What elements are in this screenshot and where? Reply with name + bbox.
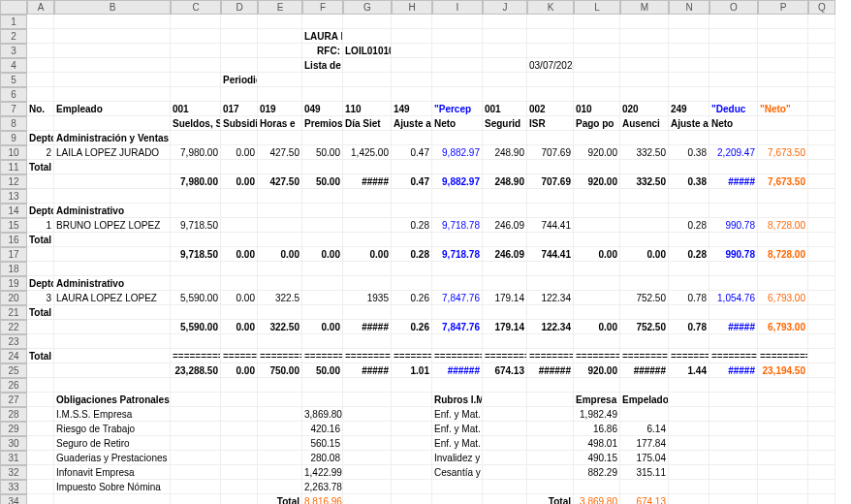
cell-P18[interactable] [758, 262, 808, 276]
cell-O17[interactable]: 990.78 [709, 247, 758, 262]
cell-D14[interactable] [221, 204, 258, 218]
cell-C7[interactable]: 001 [171, 102, 221, 116]
cell-I18[interactable] [432, 262, 483, 276]
cell-Q27[interactable] [808, 393, 835, 407]
cell-P9[interactable] [758, 131, 808, 145]
col-header-K[interactable]: K [527, 0, 574, 15]
cell-B3[interactable] [54, 44, 171, 58]
cell-C10[interactable]: 7,980.00 [171, 145, 221, 160]
cell-B10[interactable]: LAILA LOPEZ JURADO [54, 145, 171, 160]
cell-K1[interactable] [527, 15, 574, 29]
cell-J8[interactable]: Segurid [483, 116, 527, 131]
cell-F18[interactable] [302, 262, 343, 276]
cell-E24[interactable]: ========= [258, 349, 302, 363]
cell-F3[interactable]: RFC: [302, 44, 343, 58]
cell-F25[interactable]: 50.00 [302, 363, 343, 378]
cell-G18[interactable] [343, 262, 392, 276]
cell-Q17[interactable] [808, 247, 835, 262]
cell-J11[interactable] [483, 160, 527, 174]
cell-J31[interactable] [483, 451, 527, 465]
cell-E23[interactable] [258, 334, 302, 349]
cell-M30[interactable]: 177.84 [620, 436, 669, 451]
cell-I10[interactable]: 9,882.97 [432, 145, 483, 160]
cell-H6[interactable] [392, 87, 432, 102]
col-header-C[interactable]: C [171, 0, 221, 15]
cell-F17[interactable]: 0.00 [302, 247, 343, 262]
cell-E31[interactable] [258, 451, 302, 465]
cell-M21[interactable] [620, 305, 669, 320]
cell-N12[interactable]: 0.38 [669, 174, 709, 189]
cell-I17[interactable]: 9,718.78 [432, 247, 483, 262]
cell-N28[interactable] [669, 407, 709, 422]
cell-K28[interactable] [527, 407, 574, 422]
col-header-M[interactable]: M [620, 0, 669, 15]
cell-F32[interactable]: 1,422.99 [302, 465, 343, 480]
cell-P29[interactable] [758, 422, 808, 436]
cell-K14[interactable] [527, 204, 574, 218]
row-header-31[interactable]: 31 [0, 451, 27, 465]
cell-O19[interactable] [709, 276, 758, 291]
row-header-10[interactable]: 10 [0, 145, 27, 160]
cell-Q18[interactable] [808, 262, 835, 276]
cell-F29[interactable]: 420.16 [302, 422, 343, 436]
row-header-19[interactable]: 19 [0, 276, 27, 291]
cell-K15[interactable]: 744.41 [527, 218, 574, 233]
cell-M9[interactable] [620, 131, 669, 145]
cell-B26[interactable] [54, 378, 171, 393]
cell-B21[interactable] [54, 305, 171, 320]
cell-P5[interactable] [758, 73, 808, 87]
cell-A1[interactable] [27, 15, 54, 29]
cell-M4[interactable] [620, 58, 669, 73]
cell-P28[interactable] [758, 407, 808, 422]
row-header-17[interactable]: 17 [0, 247, 27, 262]
cell-F8[interactable]: Premios [302, 116, 343, 131]
cell-G33[interactable] [343, 480, 392, 494]
cell-K6[interactable] [527, 87, 574, 102]
row-header-12[interactable]: 12 [0, 174, 27, 189]
cell-K23[interactable] [527, 334, 574, 349]
cell-G23[interactable] [343, 334, 392, 349]
cell-P22[interactable]: 6,793.00 [758, 320, 808, 334]
cell-P12[interactable]: 7,673.50 [758, 174, 808, 189]
cell-H20[interactable]: 0.26 [392, 291, 432, 305]
cell-H9[interactable] [392, 131, 432, 145]
cell-H27[interactable] [392, 393, 432, 407]
cell-K19[interactable] [527, 276, 574, 291]
cell-M23[interactable] [620, 334, 669, 349]
cell-G16[interactable] [343, 233, 392, 247]
cell-N5[interactable] [669, 73, 709, 87]
cell-M8[interactable]: Ausenci [620, 116, 669, 131]
cell-G12[interactable]: ##### [343, 174, 392, 189]
cell-E21[interactable] [258, 305, 302, 320]
cell-E2[interactable] [258, 29, 302, 44]
cell-N13[interactable] [669, 189, 709, 204]
cell-M25[interactable]: ###### [620, 363, 669, 378]
cell-C22[interactable]: 5,590.00 [171, 320, 221, 334]
cell-B8[interactable] [54, 116, 171, 131]
cell-J10[interactable]: 248.90 [483, 145, 527, 160]
cell-F31[interactable]: 280.08 [302, 451, 343, 465]
cell-D32[interactable] [221, 465, 258, 480]
cell-C18[interactable] [171, 262, 221, 276]
cell-G34[interactable] [343, 494, 392, 504]
cell-L4[interactable] [574, 58, 620, 73]
cell-A6[interactable] [27, 87, 54, 102]
cell-P25[interactable]: 23,194.50 [758, 363, 808, 378]
cell-L30[interactable]: 498.01 [574, 436, 620, 451]
cell-O22[interactable]: ##### [709, 320, 758, 334]
cell-C9[interactable] [171, 131, 221, 145]
cell-D22[interactable]: 0.00 [221, 320, 258, 334]
cell-F20[interactable] [302, 291, 343, 305]
cell-Q1[interactable] [808, 15, 835, 29]
cell-P15[interactable]: 8,728.00 [758, 218, 808, 233]
cell-E12[interactable]: 427.50 [258, 174, 302, 189]
cell-D17[interactable]: 0.00 [221, 247, 258, 262]
cell-C12[interactable]: 7,980.00 [171, 174, 221, 189]
cell-H15[interactable]: 0.28 [392, 218, 432, 233]
cell-O7[interactable]: "Deduc [709, 102, 758, 116]
cell-I28[interactable]: Enf. y Mat. Cuota Fija [432, 407, 483, 422]
cell-L33[interactable] [574, 480, 620, 494]
cell-J9[interactable] [483, 131, 527, 145]
cell-L3[interactable] [574, 44, 620, 58]
cell-O24[interactable]: ========= [709, 349, 758, 363]
